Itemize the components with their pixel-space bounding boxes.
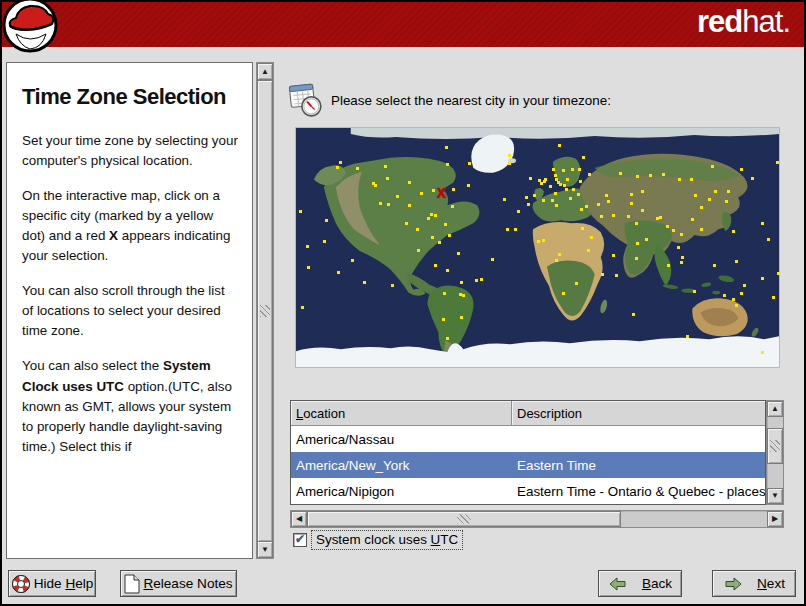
city-dot[interactable]	[632, 313, 635, 316]
city-dot[interactable]	[552, 168, 555, 171]
city-dot[interactable]	[714, 190, 717, 193]
city-dot[interactable]	[601, 273, 604, 276]
scroll-down-button[interactable]: ▼	[257, 541, 273, 558]
city-dot[interactable]	[491, 258, 494, 261]
city-dot[interactable]	[627, 215, 630, 218]
scroll-left-button[interactable]: ◀	[291, 511, 307, 527]
scroll-up-button[interactable]: ▲	[257, 63, 273, 80]
city-dot[interactable]	[336, 166, 339, 169]
city-dot[interactable]	[641, 209, 644, 212]
city-dot[interactable]	[727, 190, 730, 193]
city-dot[interactable]	[761, 222, 764, 225]
city-dot[interactable]	[446, 269, 449, 272]
city-dot[interactable]	[776, 161, 779, 164]
city-dot[interactable]	[508, 162, 511, 165]
city-dot[interactable]	[527, 203, 530, 206]
city-dot[interactable]	[578, 168, 581, 171]
city-dot[interactable]	[529, 177, 532, 180]
city-dot[interactable]	[691, 218, 694, 221]
scroll-down-button[interactable]: ▼	[767, 488, 783, 504]
city-dot[interactable]	[444, 223, 447, 226]
city-dot[interactable]	[667, 264, 670, 267]
city-dot[interactable]	[555, 204, 558, 207]
city-dot[interactable]	[587, 249, 590, 252]
city-dot[interactable]	[301, 306, 304, 309]
city-dot[interactable]	[562, 292, 565, 295]
city-dot[interactable]	[732, 298, 735, 301]
city-dot[interactable]	[693, 290, 696, 293]
city-dot[interactable]	[565, 188, 568, 191]
city-dot[interactable]	[384, 165, 387, 168]
city-dot[interactable]	[323, 240, 326, 243]
city-dot[interactable]	[443, 292, 446, 295]
next-button[interactable]: Next	[712, 570, 796, 597]
city-dot[interactable]	[299, 210, 302, 213]
city-dot[interactable]	[396, 195, 399, 198]
city-dot[interactable]	[569, 197, 572, 200]
city-dot[interactable]	[635, 257, 638, 260]
city-dot[interactable]	[549, 185, 552, 188]
city-dot[interactable]	[339, 161, 342, 164]
column-header-location[interactable]: Location	[291, 401, 512, 426]
city-dot[interactable]	[767, 238, 770, 241]
city-dot[interactable]	[448, 234, 451, 237]
city-dot[interactable]	[572, 188, 575, 191]
city-dot[interactable]	[615, 274, 618, 277]
city-dot[interactable]	[434, 214, 437, 217]
city-dot[interactable]	[677, 246, 680, 249]
city-dot[interactable]	[351, 259, 354, 262]
city-dot[interactable]	[460, 316, 463, 319]
city-dot[interactable]	[438, 241, 441, 244]
city-dot[interactable]	[363, 281, 366, 284]
city-dot[interactable]	[468, 162, 471, 165]
city-dot[interactable]	[680, 233, 683, 236]
city-dot[interactable]	[751, 177, 754, 180]
city-dot[interactable]	[446, 163, 449, 166]
city-dot[interactable]	[581, 227, 584, 230]
city-dot[interactable]	[562, 169, 565, 172]
city-dot[interactable]	[508, 154, 511, 157]
city-dot[interactable]	[732, 230, 735, 233]
city-dot[interactable]	[590, 236, 593, 239]
city-dot[interactable]	[457, 252, 460, 255]
city-dot[interactable]	[427, 217, 430, 220]
city-dot[interactable]	[636, 175, 639, 178]
city-dot[interactable]	[585, 205, 588, 208]
city-dot[interactable]	[417, 249, 420, 252]
city-dot[interactable]	[740, 168, 743, 171]
city-dot[interactable]	[442, 318, 445, 321]
city-dot[interactable]	[645, 238, 648, 241]
city-dot[interactable]	[630, 202, 633, 205]
city-dot[interactable]	[525, 196, 528, 199]
city-dot[interactable]	[612, 214, 615, 217]
city-dot[interactable]	[537, 240, 540, 243]
table-row[interactable]: America/NipigonEastern Time - Ontario & …	[291, 478, 765, 504]
system-clock-utc-checkbox[interactable]	[293, 533, 307, 547]
city-dot[interactable]	[446, 337, 449, 340]
city-dot[interactable]	[434, 264, 437, 267]
city-dot[interactable]	[475, 279, 478, 282]
city-dot[interactable]	[503, 198, 506, 201]
city-dot[interactable]	[686, 335, 689, 338]
city-dot[interactable]	[554, 174, 557, 177]
list-horizontal-scrollbar[interactable]: ◀ ▶	[290, 510, 784, 528]
scroll-right-button[interactable]: ▶	[767, 511, 783, 527]
city-dot[interactable]	[735, 304, 738, 307]
city-dot[interactable]	[743, 284, 746, 287]
city-dot[interactable]	[307, 266, 310, 269]
city-dot[interactable]	[408, 181, 411, 184]
city-dot[interactable]	[557, 181, 560, 184]
city-dot[interactable]	[725, 200, 728, 203]
city-dot[interactable]	[533, 194, 536, 197]
city-dot[interactable]	[672, 229, 675, 232]
city-dot[interactable]	[558, 253, 561, 256]
city-dot[interactable]	[641, 190, 644, 193]
city-dot[interactable]	[306, 245, 309, 248]
scroll-up-button[interactable]: ▲	[767, 401, 783, 417]
city-dot[interactable]	[405, 222, 408, 225]
city-dot[interactable]	[680, 261, 683, 264]
city-dot[interactable]	[408, 204, 411, 207]
city-dot[interactable]	[723, 294, 726, 297]
city-dot[interactable]	[600, 215, 603, 218]
city-dot[interactable]	[480, 278, 483, 281]
